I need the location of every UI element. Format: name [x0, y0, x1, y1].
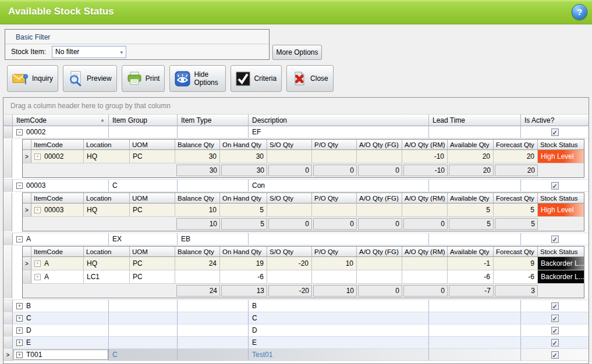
summary-available-qty-cell: 5: [449, 218, 494, 230]
detail-column-header-available-qty[interactable]: Available Qty: [448, 247, 494, 257]
detail-column-header-p-o-qty[interactable]: P/O Qty: [312, 193, 357, 204]
item-code-cell[interactable]: +C: [13, 312, 109, 324]
more-options-button[interactable]: More Options: [272, 45, 322, 60]
detail-column-header-s-o-qty[interactable]: S/O Qty: [267, 140, 312, 150]
item-code-cell[interactable]: −00002: [13, 126, 109, 138]
detail-column-header-stock-status[interactable]: Stock Status: [538, 247, 584, 257]
column-header-lead-time[interactable]: Lead Time: [429, 115, 521, 126]
checkbox-checked[interactable]: ✓: [551, 235, 559, 243]
expand-icon[interactable]: +: [16, 327, 23, 334]
detail-column-header-a-o-qty-fg[interactable]: A/O Qty (FG): [357, 140, 402, 150]
criteria-button[interactable]: Criteria: [231, 65, 282, 92]
master-row-d[interactable]: +DD✓: [3, 324, 589, 337]
detail-column-header-itemcode[interactable]: ItemCode: [31, 247, 84, 257]
expand-icon[interactable]: +: [16, 340, 23, 346]
expand-icon[interactable]: +: [16, 303, 23, 309]
detail-column-header-uom[interactable]: UOM: [130, 193, 175, 204]
detail-column-header-s-o-qty[interactable]: S/O Qty: [267, 193, 312, 204]
inquiry-button[interactable]: Inquiry: [7, 65, 58, 92]
help-button[interactable]: ?: [572, 4, 587, 20]
detail-column-header-a-o-qty-fg[interactable]: A/O Qty (FG): [357, 247, 402, 257]
item-code-cell[interactable]: +T001: [13, 349, 109, 361]
detail-column-header-location[interactable]: Location: [84, 193, 130, 204]
checkbox-checked[interactable]: ✓: [551, 339, 559, 347]
detail-column-header-location[interactable]: Location: [84, 140, 130, 150]
checkmark-icon: [236, 72, 250, 86]
detail-column-header-on-hand-qty[interactable]: On Hand Qty: [220, 140, 267, 150]
detail-column-header-on-hand-qty[interactable]: On Hand Qty: [220, 193, 267, 204]
expand-icon[interactable]: +: [16, 315, 23, 322]
detail-column-header-s-o-qty[interactable]: S/O Qty: [267, 247, 312, 257]
detail-row[interactable]: +ALC1PC-6-6-6Backorder L...: [23, 270, 584, 284]
print-button[interactable]: Print: [122, 65, 165, 92]
column-header-item-type[interactable]: Item Type: [178, 115, 249, 126]
item-code-cell[interactable]: −A: [13, 233, 109, 245]
summary-a-o-qty-rm-cell: 0: [403, 218, 448, 230]
master-row-b[interactable]: +BB✓: [3, 300, 589, 312]
expand-icon[interactable]: +: [34, 154, 41, 160]
column-header-item-group[interactable]: Item Group: [109, 115, 178, 126]
lead-time-cell: [429, 233, 521, 245]
detail-on-hand-qty-cell: 30: [220, 150, 267, 163]
detail-column-header-balance-qty[interactable]: Balance Qty: [175, 247, 220, 257]
master-row-00002[interactable]: −00002EF✓: [3, 126, 589, 138]
detail-column-header-available-qty[interactable]: Available Qty: [448, 193, 494, 204]
detail-column-header-p-o-qty[interactable]: P/O Qty: [312, 247, 357, 257]
expand-icon[interactable]: +: [34, 274, 41, 280]
checkbox-checked[interactable]: ✓: [551, 315, 559, 322]
detail-column-header-stock-status[interactable]: Stock Status: [538, 193, 584, 204]
column-header-is-active[interactable]: Is Active?: [521, 115, 589, 126]
master-row-c[interactable]: +CC✓: [3, 312, 589, 324]
detail-row[interactable]: >+00003HQPC10555High Level: [23, 204, 584, 217]
stock-item-label: Stock Item:: [11, 48, 46, 56]
detail-column-header-itemcode[interactable]: ItemCode: [31, 140, 84, 150]
collapse-icon[interactable]: −: [16, 129, 23, 135]
detail-column-header-uom[interactable]: UOM: [130, 247, 175, 257]
stock-item-dropdown[interactable]: No filter ▾: [52, 46, 126, 58]
item-code-cell[interactable]: +D: [13, 324, 109, 336]
detail-section: ItemCodeLocationUOMBalance QtyOn Hand Qt…: [3, 138, 589, 180]
group-by-area[interactable]: Drag a column header here to group by th…: [3, 98, 589, 115]
detail-column-header-forecast-qty[interactable]: Forecast Qty: [494, 247, 538, 257]
item-code-cell[interactable]: +E: [13, 337, 109, 348]
detail-column-header-p-o-qty[interactable]: P/O Qty: [312, 140, 357, 150]
detail-column-header-a-o-qty-fg[interactable]: A/O Qty (FG): [357, 193, 402, 204]
detail-column-header-itemcode[interactable]: ItemCode: [31, 193, 84, 204]
checkbox-checked[interactable]: ✓: [551, 129, 559, 136]
preview-button[interactable]: Preview: [63, 65, 117, 92]
detail-column-header-a-o-qty-rm[interactable]: A/O Qty (RM): [402, 247, 448, 257]
expand-icon[interactable]: +: [34, 207, 41, 213]
detail-column-header-location[interactable]: Location: [84, 247, 130, 257]
detail-column-header-stock-status[interactable]: Stock Status: [538, 140, 584, 150]
master-row-e[interactable]: +EE✓: [3, 337, 589, 349]
detail-column-header-forecast-qty[interactable]: Forecast Qty: [494, 193, 538, 204]
collapse-icon[interactable]: −: [16, 236, 23, 242]
collapse-icon[interactable]: −: [16, 183, 23, 189]
checkbox-checked[interactable]: ✓: [551, 351, 559, 359]
detail-column-header-a-o-qty-rm[interactable]: A/O Qty (RM): [402, 140, 448, 150]
detail-row[interactable]: >+00002HQPC3030-102020High Level: [23, 150, 584, 163]
master-row-t001[interactable]: >+T001CTest01✓: [3, 349, 589, 361]
expand-icon[interactable]: +: [34, 260, 41, 267]
hide-options-button[interactable]: Hide Options: [169, 65, 226, 92]
detail-column-header-on-hand-qty[interactable]: On Hand Qty: [220, 247, 267, 257]
master-row-a[interactable]: −AEXEB✓: [3, 233, 589, 245]
master-row-00003[interactable]: −00003CCon✓: [3, 180, 589, 192]
detail-column-header-balance-qty[interactable]: Balance Qty: [175, 193, 220, 204]
expand-icon[interactable]: +: [16, 352, 23, 358]
column-header-description[interactable]: Description: [249, 115, 429, 126]
checkbox-checked[interactable]: ✓: [551, 327, 559, 334]
detail-column-header-available-qty[interactable]: Available Qty: [448, 140, 494, 150]
detail-column-header-balance-qty[interactable]: Balance Qty: [175, 140, 220, 150]
detail-column-header-a-o-qty-rm[interactable]: A/O Qty (RM): [402, 193, 448, 204]
column-header-itemcode[interactable]: ItemCode▲: [13, 115, 109, 126]
detail-row[interactable]: >+AHQPC2419-2010-19Backorder L...: [23, 257, 584, 270]
close-button[interactable]: Close: [286, 65, 334, 92]
detail-column-header-uom[interactable]: UOM: [130, 140, 175, 150]
checkbox-checked[interactable]: ✓: [551, 182, 559, 190]
detail-column-header-forecast-qty[interactable]: Forecast Qty: [494, 140, 538, 150]
item-code-cell[interactable]: −00003: [13, 180, 109, 191]
checkbox-checked[interactable]: ✓: [551, 302, 559, 310]
item-code-cell[interactable]: +B: [13, 300, 109, 312]
tab-basic-filter[interactable]: Basic Filter: [10, 32, 56, 42]
